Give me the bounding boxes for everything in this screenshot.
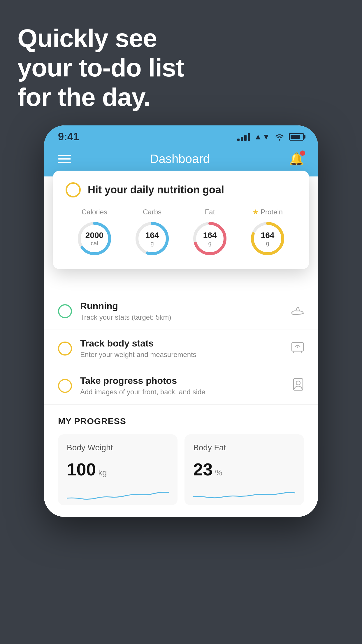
task-name-photos: Take progress photos [80,375,284,386]
progress-weight-value: 100 [67,459,96,480]
task-info-photos: Take progress photos Add images of your … [80,375,284,396]
task-item-photos[interactable]: Take progress photos Add images of your … [44,367,318,405]
task-list: Running Track your stats (target: 5km) T… [44,293,318,405]
protein-ring: 164 g [249,220,287,258]
menu-icon[interactable] [58,155,71,163]
progress-fat-value: 23 [193,459,213,480]
task-circle-body-stats [58,342,72,356]
nutrient-protein-label-row: ★ Protein [252,208,283,216]
progress-weight-value-row: 100 kg [67,459,169,480]
nutrient-fat: Fat 164 g [191,208,229,258]
task-info-running: Running Track your stats (target: 5km) [80,301,283,321]
headline: Quickly see your to-do list for the day. [17,23,184,112]
progress-fat-value-row: 23 % [193,459,295,480]
protein-value: 164 g [261,231,275,247]
phone-content: THINGS TO DO TODAY Hit your daily nutrit… [44,176,318,517]
carbs-value: 164 g [145,231,159,247]
card-title: Hit your daily nutrition goal [88,184,224,196]
fat-value: 164 g [203,231,217,247]
weight-sparkline [67,487,169,504]
fat-sparkline [193,487,295,504]
calories-value: 2000 cal [85,231,103,247]
battery-icon [289,133,304,141]
task-item-body-stats[interactable]: Track body stats Enter your weight and m… [44,330,318,367]
svg-point-10 [297,346,298,348]
status-bar: 9:41 ▲▼ [44,125,318,146]
card-title-row: Hit your daily nutrition goal [66,182,296,197]
svg-rect-11 [294,379,303,390]
wifi-icon: ▲▼ [254,132,270,141]
nutrient-fat-label: Fat [205,208,215,216]
status-icons: ▲▼ [237,132,304,141]
progress-title: MY PROGRESS [58,416,304,426]
task-item-running[interactable]: Running Track your stats (target: 5km) [44,293,318,330]
progress-card-fat[interactable]: Body Fat 23 % [184,434,304,505]
progress-card-fat-title: Body Fat [193,443,295,452]
task-desc-running: Track your stats (target: 5km) [80,313,283,321]
phone-mockup: 9:41 ▲▼ Dashboar [44,125,318,517]
app-title: Dashboard [150,152,210,166]
carbs-ring: 164 g [133,220,171,258]
progress-section: MY PROGRESS Body Weight 100 kg Body Fat [44,405,318,517]
progress-fat-unit: % [215,468,222,477]
person-icon [292,378,304,393]
status-time: 9:41 [58,131,79,143]
nutrition-circles: Calories 2000 cal Carbs [66,208,296,258]
task-desc-body-stats: Enter your weight and measurements [80,351,283,359]
calories-ring: 2000 cal [75,220,113,258]
progress-card-weight-title: Body Weight [67,443,169,452]
task-name-running: Running [80,301,283,312]
nutrition-card: Hit your daily nutrition goal Calories 2… [53,171,309,269]
task-name-body-stats: Track body stats [80,338,283,349]
fat-ring: 164 g [191,220,229,258]
wifi-icon [274,133,285,141]
progress-cards: Body Weight 100 kg Body Fat 23 % [58,434,304,505]
star-icon: ★ [252,208,259,216]
svg-point-12 [296,381,300,385]
shoe-icon [291,304,304,318]
nutrient-calories-label: Calories [82,208,107,216]
task-circle-photos [58,379,72,393]
svg-point-0 [279,139,280,141]
nutrient-calories: Calories 2000 cal [75,208,113,258]
notification-icon[interactable]: 🔔 [289,152,304,166]
nutrient-carbs-label: Carbs [143,208,161,216]
task-circle-running [58,304,72,318]
nutrient-protein: ★ Protein 164 g [249,208,287,258]
task-desc-photos: Add images of your front, back, and side [80,388,284,396]
scale-icon [291,341,304,356]
progress-weight-unit: kg [98,468,107,477]
task-info-body-stats: Track body stats Enter your weight and m… [80,338,283,359]
nutrient-carbs: Carbs 164 g [133,208,171,258]
task-circle-nutrition[interactable] [66,182,81,197]
progress-card-weight[interactable]: Body Weight 100 kg [58,434,178,505]
signal-icon [237,133,250,141]
